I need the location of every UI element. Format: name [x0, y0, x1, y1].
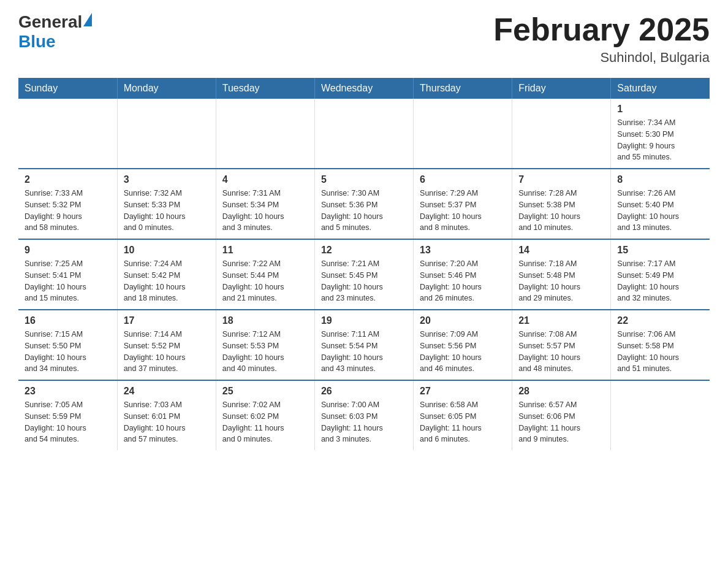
- day-info: Sunrise: 7:06 AM Sunset: 5:58 PM Dayligh…: [617, 329, 703, 375]
- day-number: 2: [25, 174, 111, 185]
- calendar-title: February 2025: [493, 12, 710, 47]
- calendar-week-row: 1Sunrise: 7:34 AM Sunset: 5:30 PM Daylig…: [18, 99, 710, 169]
- day-info: Sunrise: 6:58 AM Sunset: 6:05 PM Dayligh…: [420, 399, 506, 445]
- calendar-day-cell: 19Sunrise: 7:11 AM Sunset: 5:54 PM Dayli…: [314, 310, 413, 380]
- day-info: Sunrise: 6:57 AM Sunset: 6:06 PM Dayligh…: [518, 399, 604, 445]
- calendar-day-cell: 22Sunrise: 7:06 AM Sunset: 5:58 PM Dayli…: [611, 310, 710, 380]
- day-number: 1: [617, 104, 703, 115]
- page-header: General Blue February 2025 Suhindol, Bul…: [18, 12, 710, 66]
- logo-general-text: General: [18, 12, 82, 32]
- day-info: Sunrise: 7:29 AM Sunset: 5:37 PM Dayligh…: [420, 188, 506, 234]
- day-info: Sunrise: 7:00 AM Sunset: 6:03 PM Dayligh…: [321, 399, 407, 445]
- calendar-day-cell: 25Sunrise: 7:02 AM Sunset: 6:02 PM Dayli…: [216, 380, 314, 450]
- day-info: Sunrise: 7:31 AM Sunset: 5:34 PM Dayligh…: [222, 188, 308, 234]
- calendar-day-cell: [314, 99, 413, 169]
- day-number: 23: [25, 386, 111, 397]
- calendar-week-row: 2Sunrise: 7:33 AM Sunset: 5:32 PM Daylig…: [18, 169, 710, 239]
- day-info: Sunrise: 7:21 AM Sunset: 5:45 PM Dayligh…: [321, 258, 407, 304]
- day-number: 3: [124, 174, 210, 185]
- logo: General Blue: [18, 12, 92, 52]
- calendar-day-cell: [117, 99, 216, 169]
- day-number: 9: [25, 245, 111, 256]
- calendar-day-cell: 18Sunrise: 7:12 AM Sunset: 5:53 PM Dayli…: [216, 310, 314, 380]
- calendar-day-cell: [414, 99, 512, 169]
- calendar-day-cell: 27Sunrise: 6:58 AM Sunset: 6:05 PM Dayli…: [414, 380, 512, 450]
- day-number: 17: [124, 315, 210, 326]
- day-of-week-header: Wednesday: [314, 78, 413, 99]
- calendar-day-cell: 11Sunrise: 7:22 AM Sunset: 5:44 PM Dayli…: [216, 239, 314, 310]
- day-info: Sunrise: 7:18 AM Sunset: 5:48 PM Dayligh…: [518, 258, 604, 304]
- title-section: February 2025 Suhindol, Bulgaria: [493, 12, 710, 66]
- day-info: Sunrise: 7:24 AM Sunset: 5:42 PM Dayligh…: [124, 258, 210, 304]
- day-info: Sunrise: 7:28 AM Sunset: 5:38 PM Dayligh…: [518, 188, 604, 234]
- calendar-day-cell: 12Sunrise: 7:21 AM Sunset: 5:45 PM Dayli…: [314, 239, 413, 310]
- calendar-day-cell: 26Sunrise: 7:00 AM Sunset: 6:03 PM Dayli…: [314, 380, 413, 450]
- calendar-day-cell: 24Sunrise: 7:03 AM Sunset: 6:01 PM Dayli…: [117, 380, 216, 450]
- calendar-day-cell: 17Sunrise: 7:14 AM Sunset: 5:52 PM Dayli…: [117, 310, 216, 380]
- calendar-day-cell: 3Sunrise: 7:32 AM Sunset: 5:33 PM Daylig…: [117, 169, 216, 239]
- day-info: Sunrise: 7:33 AM Sunset: 5:32 PM Dayligh…: [25, 188, 111, 234]
- logo-blue-text: Blue: [18, 32, 56, 51]
- day-info: Sunrise: 7:32 AM Sunset: 5:33 PM Dayligh…: [124, 188, 210, 234]
- calendar-day-cell: 16Sunrise: 7:15 AM Sunset: 5:50 PM Dayli…: [18, 310, 117, 380]
- day-of-week-header: Friday: [512, 78, 611, 99]
- calendar-header-row: SundayMondayTuesdayWednesdayThursdayFrid…: [18, 78, 710, 99]
- calendar-table: SundayMondayTuesdayWednesdayThursdayFrid…: [18, 78, 710, 450]
- day-number: 15: [617, 245, 703, 256]
- calendar-day-cell: 2Sunrise: 7:33 AM Sunset: 5:32 PM Daylig…: [18, 169, 117, 239]
- day-number: 14: [518, 245, 604, 256]
- day-number: 12: [321, 245, 407, 256]
- day-number: 7: [518, 174, 604, 185]
- day-info: Sunrise: 7:17 AM Sunset: 5:49 PM Dayligh…: [617, 258, 703, 304]
- day-info: Sunrise: 7:05 AM Sunset: 5:59 PM Dayligh…: [25, 399, 111, 445]
- day-number: 5: [321, 174, 407, 185]
- calendar-day-cell: 9Sunrise: 7:25 AM Sunset: 5:41 PM Daylig…: [18, 239, 117, 310]
- day-info: Sunrise: 7:22 AM Sunset: 5:44 PM Dayligh…: [222, 258, 308, 304]
- day-of-week-header: Tuesday: [216, 78, 314, 99]
- day-of-week-header: Saturday: [611, 78, 710, 99]
- calendar-day-cell: 28Sunrise: 6:57 AM Sunset: 6:06 PM Dayli…: [512, 380, 611, 450]
- day-number: 18: [222, 315, 308, 326]
- calendar-day-cell: [512, 99, 611, 169]
- day-number: 10: [124, 245, 210, 256]
- day-of-week-header: Thursday: [414, 78, 512, 99]
- day-number: 16: [25, 315, 111, 326]
- day-number: 21: [518, 315, 604, 326]
- day-number: 4: [222, 174, 308, 185]
- day-info: Sunrise: 7:11 AM Sunset: 5:54 PM Dayligh…: [321, 329, 407, 375]
- calendar-day-cell: 7Sunrise: 7:28 AM Sunset: 5:38 PM Daylig…: [512, 169, 611, 239]
- day-info: Sunrise: 7:34 AM Sunset: 5:30 PM Dayligh…: [617, 117, 703, 163]
- calendar-day-cell: 13Sunrise: 7:20 AM Sunset: 5:46 PM Dayli…: [414, 239, 512, 310]
- day-number: 19: [321, 315, 407, 326]
- calendar-day-cell: 5Sunrise: 7:30 AM Sunset: 5:36 PM Daylig…: [314, 169, 413, 239]
- day-number: 25: [222, 386, 308, 397]
- day-number: 24: [124, 386, 210, 397]
- day-info: Sunrise: 7:15 AM Sunset: 5:50 PM Dayligh…: [25, 329, 111, 375]
- calendar-day-cell: 8Sunrise: 7:26 AM Sunset: 5:40 PM Daylig…: [611, 169, 710, 239]
- day-info: Sunrise: 7:12 AM Sunset: 5:53 PM Dayligh…: [222, 329, 308, 375]
- day-number: 11: [222, 245, 308, 256]
- day-number: 26: [321, 386, 407, 397]
- calendar-day-cell: 20Sunrise: 7:09 AM Sunset: 5:56 PM Dayli…: [414, 310, 512, 380]
- day-info: Sunrise: 7:14 AM Sunset: 5:52 PM Dayligh…: [124, 329, 210, 375]
- calendar-day-cell: 10Sunrise: 7:24 AM Sunset: 5:42 PM Dayli…: [117, 239, 216, 310]
- day-of-week-header: Sunday: [18, 78, 117, 99]
- day-number: 6: [420, 174, 506, 185]
- day-of-week-header: Monday: [117, 78, 216, 99]
- day-info: Sunrise: 7:26 AM Sunset: 5:40 PM Dayligh…: [617, 188, 703, 234]
- day-number: 8: [617, 174, 703, 185]
- calendar-day-cell: 6Sunrise: 7:29 AM Sunset: 5:37 PM Daylig…: [414, 169, 512, 239]
- calendar-week-row: 9Sunrise: 7:25 AM Sunset: 5:41 PM Daylig…: [18, 239, 710, 310]
- calendar-day-cell: 4Sunrise: 7:31 AM Sunset: 5:34 PM Daylig…: [216, 169, 314, 239]
- day-info: Sunrise: 7:09 AM Sunset: 5:56 PM Dayligh…: [420, 329, 506, 375]
- day-number: 27: [420, 386, 506, 397]
- calendar-day-cell: [18, 99, 117, 169]
- calendar-day-cell: 23Sunrise: 7:05 AM Sunset: 5:59 PM Dayli…: [18, 380, 117, 450]
- day-info: Sunrise: 7:30 AM Sunset: 5:36 PM Dayligh…: [321, 188, 407, 234]
- calendar-day-cell: 15Sunrise: 7:17 AM Sunset: 5:49 PM Dayli…: [611, 239, 710, 310]
- logo-triangle-icon: [83, 13, 92, 26]
- day-info: Sunrise: 7:08 AM Sunset: 5:57 PM Dayligh…: [518, 329, 604, 375]
- calendar-week-row: 16Sunrise: 7:15 AM Sunset: 5:50 PM Dayli…: [18, 310, 710, 380]
- day-number: 28: [518, 386, 604, 397]
- day-info: Sunrise: 7:03 AM Sunset: 6:01 PM Dayligh…: [124, 399, 210, 445]
